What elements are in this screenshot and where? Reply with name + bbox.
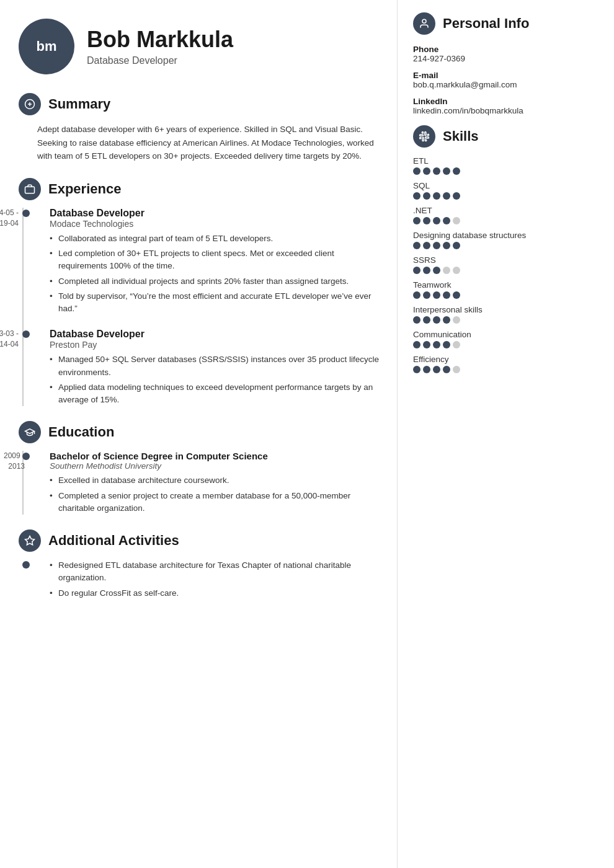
skill-dot [433,217,440,224]
header-text: Bob Markkula Database Developer [87,27,233,66]
skill-dot [433,167,440,175]
job-company-2: Preston Pay [50,340,385,350]
skill-dot [453,316,460,324]
skill-dot [453,167,460,175]
personal-info-header: Personal Info [413,12,598,35]
skill-dot [443,192,450,200]
skill-item-0: ETL [413,156,598,175]
skill-dots-1 [413,192,598,200]
skill-dot [453,217,460,224]
skill-dots-5 [413,291,598,299]
skill-dot [423,217,430,224]
skill-dot [453,341,460,348]
education-section: Education 2009 -2013 Bachelor of Science… [19,421,385,515]
skill-dots-4 [413,267,598,274]
bullet: Excelled in database architecture course… [50,474,385,487]
personal-info-title: Personal Info [443,16,529,32]
skill-name-6: Interpersonal skills [413,305,598,314]
email-label: E-mail [413,71,598,80]
additional-icon [19,529,41,552]
skill-dots-7 [413,341,598,348]
skill-name-4: SSRS [413,255,598,265]
skill-dot [443,167,450,175]
job-date-2: 2013-03 -2014-04 [0,329,19,350]
skill-name-7: Communication [413,330,598,339]
additional-item: Redesigned ETL database architecture for… [50,559,385,600]
skill-dot [443,291,450,299]
additional-title: Additional Activities [48,533,179,549]
skill-dot [443,316,450,324]
skill-name-1: SQL [413,181,598,190]
right-column: Personal Info Phone 214-927-0369 E-mail … [397,0,614,868]
skill-dot [433,267,440,274]
skill-dot [423,267,430,274]
bullet: Redesigned ETL database architecture for… [50,559,385,585]
skill-dot [453,267,460,274]
summary-header: Summary [19,93,385,115]
linkedin-value: linkedin.com/in/bobqmarkkula [413,106,598,115]
skill-dot [433,192,440,200]
skill-dot [413,217,420,224]
skill-dots-3 [413,242,598,249]
skill-dot [423,366,430,373]
skill-item-5: Teamwork [413,280,598,299]
skill-dot [423,316,430,324]
skill-item-7: Communication [413,330,598,348]
bullet: Do regular CrossFit as self-care. [50,587,385,600]
svg-marker-4 [25,536,35,545]
svg-point-5 [422,19,426,23]
skill-dots-0 [413,167,598,175]
email-value: bob.q.markkula@gmail.com [413,80,598,89]
additional-content: Redesigned ETL database architecture for… [19,559,385,600]
candidate-subtitle: Database Developer [87,55,233,66]
phone-value: 214-927-0369 [413,54,598,63]
skill-dots-2 [413,217,598,224]
job-title-2: Database Developer [50,329,385,340]
experience-icon [19,178,41,200]
experience-title: Experience [48,181,121,197]
skill-dot [443,217,450,224]
skill-name-0: ETL [413,156,598,166]
bullet: Led completion of 30+ ETL projects to cl… [50,247,385,273]
skill-dot [453,291,460,299]
skill-name-3: Designing database structures [413,231,598,240]
skill-name-5: Teamwork [413,280,598,290]
additional-bullets: Redesigned ETL database architecture for… [50,559,385,600]
job-company-1: Modace Technologies [50,219,385,229]
bullet: Collaborated as integral part of team of… [50,232,385,245]
additional-header: Additional Activities [19,529,385,552]
skill-dot [413,366,420,373]
skill-dot [423,167,430,175]
summary-title: Summary [48,96,110,112]
education-timeline: 2009 -2013 Bachelor of Science Degree in… [19,451,385,515]
skill-dot [413,192,420,200]
edu-school-1: Southern Methodist University [50,461,385,471]
skills-icon [413,125,435,148]
job-date-1: 2014-05 -2019-04 [0,208,19,229]
education-icon [19,421,41,443]
skill-item-2: .NET [413,206,598,224]
skills-list: ETLSQL.NETDesigning database structuresS… [413,156,598,373]
skill-dot [453,366,460,373]
job-item-2: 2013-03 -2014-04 Database Developer Pres… [50,329,385,406]
skill-dot [423,192,430,200]
job-bullets-1: Collaborated as integral part of team of… [50,232,385,316]
skill-dot [413,316,420,324]
skill-dot [433,341,440,348]
additional-section: Additional Activities Redesigned ETL dat… [19,529,385,600]
bullet: Completed a senior project to create a m… [50,490,385,515]
summary-text: Adept database developer with 6+ years o… [19,123,385,163]
candidate-name: Bob Markkula [87,27,233,53]
experience-section: Experience 2014-05 -2019-04 Database Dev… [19,178,385,407]
email-field: E-mail bob.q.markkula@gmail.com [413,71,598,89]
bullet: Told by supervisor, “You’re the most eff… [50,290,385,316]
skill-dot [433,291,440,299]
skill-dot [443,242,450,249]
skill-dot [413,341,420,348]
skill-item-3: Designing database structures [413,231,598,249]
linkedin-field: LinkedIn linkedin.com/in/bobqmarkkula [413,97,598,115]
bullet: Applied data modeling techniques to exce… [50,381,385,407]
skill-dot [433,242,440,249]
skill-dot [423,291,430,299]
linkedin-label: LinkedIn [413,97,598,106]
